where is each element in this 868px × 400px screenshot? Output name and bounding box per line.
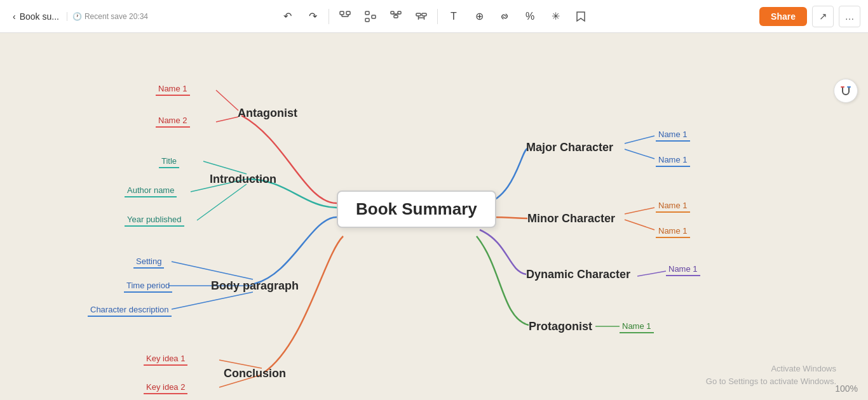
svg-line-28 (625, 136, 654, 143)
svg-line-31 (625, 220, 654, 230)
windows-watermark: Activate Windows Go to Settings to activ… (706, 363, 836, 387)
branch-conclusion[interactable]: Conclusion (224, 367, 286, 380)
tool-text[interactable]: T (443, 6, 465, 27)
leaf-dynamic-1[interactable]: Name 1 (666, 263, 700, 276)
toolbar-divider-2 (437, 9, 438, 24)
undo-button[interactable]: ↶ (276, 6, 298, 27)
clock-icon: 🕐 (72, 12, 82, 21)
zoom-indicator: 100% (835, 383, 858, 394)
leaf-key2[interactable]: Key idea 2 (144, 381, 187, 394)
more-options-button[interactable]: … (839, 6, 860, 27)
svg-rect-7 (365, 18, 369, 22)
toolbar-right: Share ↗ … (759, 6, 860, 27)
leaf-char-desc[interactable]: Character description (88, 303, 172, 317)
branch-minor[interactable]: Minor Character (527, 212, 615, 225)
svg-rect-1 (346, 11, 350, 15)
leaf-time-period[interactable]: Time period (124, 279, 172, 293)
external-link-button[interactable]: ↗ (812, 6, 834, 27)
svg-rect-0 (340, 11, 344, 15)
leaf-antagonist-2[interactable]: Name 2 (156, 114, 190, 128)
leaf-major-2[interactable]: Name 1 (656, 154, 690, 167)
back-icon: ‹ (13, 11, 16, 22)
header: ‹ Book su... 🕐 Recent save 20:34 ↶ ↷ T ⊕… (0, 0, 868, 33)
leaf-title[interactable]: Title (159, 155, 179, 168)
tool-style[interactable] (410, 6, 432, 27)
svg-line-25 (172, 292, 253, 309)
branch-antagonist[interactable]: Antagonist (238, 107, 297, 120)
branch-dynamic[interactable]: Dynamic Character (526, 268, 630, 281)
toolbar-center: ↶ ↷ T ⊕ % ✳ (276, 6, 592, 27)
tool-layout[interactable] (360, 6, 381, 27)
svg-line-30 (625, 208, 654, 214)
svg-line-22 (197, 184, 247, 220)
magnet-button[interactable] (834, 79, 858, 103)
doc-title: Book su... (20, 11, 59, 22)
leaf-author[interactable]: Author name (125, 184, 177, 197)
center-label: Book Summary (356, 199, 477, 218)
redo-button[interactable]: ↷ (302, 6, 323, 27)
tool-connect[interactable] (334, 6, 356, 27)
leaf-protagonist-1[interactable]: Name 1 (620, 320, 654, 333)
branch-body[interactable]: Body paragraph (211, 279, 299, 293)
branch-protagonist[interactable]: Protagonist (529, 320, 592, 333)
watermark-line2: Go to Settings to activate Windows. (706, 375, 836, 388)
save-time: Recent save 20:34 (85, 12, 148, 21)
back-button[interactable]: ‹ Book su... (8, 9, 64, 24)
leaf-key1[interactable]: Key idea 1 (144, 352, 187, 366)
leaf-minor-2[interactable]: Name 1 (656, 225, 690, 238)
svg-rect-8 (394, 15, 398, 18)
share-button[interactable]: Share (759, 7, 807, 26)
tool-branch[interactable] (385, 6, 407, 27)
leaf-setting[interactable]: Setting (133, 255, 164, 269)
save-status: 🕐 Recent save 20:34 (72, 12, 148, 21)
svg-rect-6 (372, 15, 376, 18)
leaf-minor-1[interactable]: Name 1 (656, 199, 690, 213)
tool-bookmark[interactable] (570, 6, 592, 27)
watermark-line1: Activate Windows (706, 363, 836, 375)
svg-line-23 (172, 262, 253, 279)
leaf-major-1[interactable]: Name 1 (656, 128, 690, 142)
branch-introduction[interactable]: Introduction (210, 173, 276, 186)
tool-link[interactable] (494, 6, 515, 27)
svg-line-18 (216, 90, 238, 110)
svg-rect-5 (365, 11, 369, 15)
tool-highlight[interactable]: ✳ (545, 6, 566, 27)
svg-line-32 (637, 271, 666, 276)
tool-percent[interactable]: % (519, 6, 541, 27)
svg-rect-14 (422, 13, 426, 16)
branch-major[interactable]: Major Character (526, 141, 613, 154)
title-area: 🕐 Recent save 20:34 (67, 12, 153, 21)
svg-line-20 (203, 161, 247, 174)
tool-add[interactable]: ⊕ (468, 6, 490, 27)
canvas: Major Character Book Summary Antagonist … (0, 33, 868, 400)
svg-line-19 (216, 117, 238, 122)
svg-line-29 (625, 149, 654, 159)
toolbar-divider-1 (329, 9, 329, 24)
leaf-antagonist-1[interactable]: Name 1 (156, 83, 190, 96)
center-node[interactable]: Major Character Book Summary (337, 190, 496, 228)
svg-rect-13 (416, 13, 421, 16)
leaf-year[interactable]: Year published (125, 213, 184, 227)
